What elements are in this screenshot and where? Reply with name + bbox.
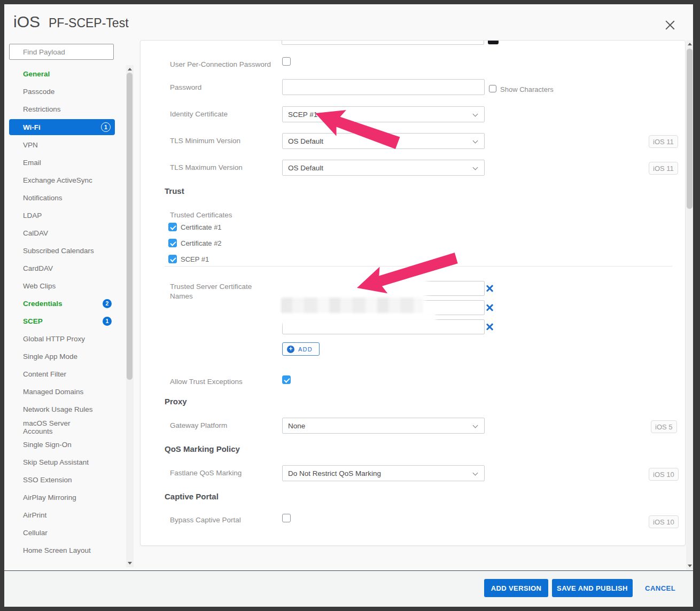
platform-label: iOS <box>13 13 40 31</box>
content-scrollbar[interactable] <box>686 40 693 570</box>
bypass-captive-portal-os-badge: iOS 10 <box>649 515 679 528</box>
sidebar-item-managed-domains[interactable]: Managed Domains <box>9 383 115 401</box>
gateway-platform-value: None <box>288 422 305 430</box>
certificate-1-label: Certificate #1 <box>181 223 222 231</box>
find-payload-input[interactable] <box>9 44 114 60</box>
sidebar-item-global-http-proxy[interactable]: Global HTTP Proxy <box>9 330 115 348</box>
sidebar-item-label: Subscribed Calendars <box>23 247 94 255</box>
plus-icon: + <box>287 346 294 353</box>
certificate-2-label: Certificate #2 <box>181 239 222 247</box>
qos-section-heading: QoS Marking Policy <box>165 444 240 453</box>
sidebar-item-label: CardDAV <box>23 264 53 272</box>
remove-icon[interactable] <box>485 323 494 331</box>
sidebar-item-label: Content Filter <box>23 370 66 378</box>
clipped-top-checkbox[interactable] <box>488 40 499 44</box>
sidebar-item-label: VPN <box>23 141 38 149</box>
sidebar-item-label: Single App Mode <box>23 352 77 361</box>
sidebar-item-content-filter[interactable]: Content Filter <box>9 365 115 383</box>
sidebar-item-single-sign-on[interactable]: Single Sign-On <box>9 436 115 453</box>
clipped-top-input[interactable] <box>282 40 484 45</box>
remove-icon[interactable] <box>485 303 494 312</box>
sidebar-item-carddav[interactable]: CardDAV <box>9 260 115 277</box>
sidebar-item-network-usage-rules[interactable]: Network Usage Rules <box>9 401 115 418</box>
remove-icon[interactable] <box>485 284 494 293</box>
cancel-button[interactable]: CANCEL <box>642 584 679 593</box>
fastlane-qos-marking-value: Do Not Restrict QoS Marking <box>288 469 381 477</box>
sidebar-item-wi-fi[interactable]: Wi-Fi1 <box>9 119 115 135</box>
sidebar-item-label: Credentials <box>23 300 63 308</box>
sidebar-item-airprint[interactable]: AirPrint <box>9 506 115 524</box>
sidebar-item-label: Cellular <box>23 529 48 537</box>
dialog-header: iOS PF-SCEP-Test <box>13 13 129 31</box>
bypass-captive-portal-label: Bypass Captive Portal <box>170 515 279 525</box>
sidebar-item-label: AirPrint <box>23 511 46 519</box>
fastlane-qos-os-badge: iOS 10 <box>649 468 679 481</box>
scroll-up-icon[interactable] <box>128 68 132 70</box>
sidebar-item-general[interactable]: General <box>9 65 115 83</box>
password-field[interactable] <box>282 79 485 95</box>
sidebar-scrollbar[interactable] <box>126 65 134 567</box>
scep-1-checkbox[interactable] <box>168 255 177 263</box>
sidebar-item-single-app-mode[interactable]: Single App Mode <box>9 348 115 365</box>
redaction-blur <box>279 276 424 297</box>
identity-certificate-select[interactable]: SCEP #1 <box>282 106 485 122</box>
tls-minimum-os-badge: iOS 11 <box>649 135 678 148</box>
sidebar-item-macos-server-accounts[interactable]: macOS Server Accounts <box>9 418 115 436</box>
sidebar-item-restrictions[interactable]: Restrictions <box>9 100 115 118</box>
tls-maximum-version-label: TLS Maximum Version <box>170 163 279 173</box>
fastlane-qos-marking-select[interactable]: Do Not Restrict QoS Marking <box>282 465 485 481</box>
sidebar-item-label: Notifications <box>23 194 63 202</box>
scroll-down-icon[interactable] <box>688 565 692 567</box>
close-icon[interactable] <box>663 18 677 32</box>
sidebar-item-subscribed-calendars[interactable]: Subscribed Calendars <box>9 242 115 260</box>
sidebar-item-email[interactable]: Email <box>9 154 115 171</box>
tls-maximum-version-select[interactable]: OS Default <box>282 160 485 176</box>
add-button-label: ADD <box>298 346 313 352</box>
sidebar-item-label: Wi-Fi <box>23 123 41 131</box>
sidebar-item-vpn[interactable]: VPN <box>9 136 115 154</box>
certificate-1-checkbox[interactable] <box>168 223 177 231</box>
scroll-down-icon[interactable] <box>128 562 132 565</box>
trust-section-heading: Trust <box>165 186 184 195</box>
wifi-payload-form: User Per-Connection Password Password Sh… <box>140 40 686 546</box>
sidebar-item-ldap[interactable]: LDAP <box>9 207 115 224</box>
allow-trust-exceptions-checkbox[interactable] <box>282 375 291 384</box>
show-characters-checkbox[interactable] <box>489 85 496 92</box>
content-scrollbar-thumb[interactable] <box>687 49 693 209</box>
sidebar-item-airplay-mirroring[interactable]: AirPlay Mirroring <box>9 489 115 506</box>
tls-minimum-version-value: OS Default <box>288 137 323 145</box>
dialog-footer: ADD VERSION SAVE AND PUBLISH CANCEL <box>4 570 693 607</box>
sidebar-item-passcode[interactable]: Passcode <box>9 83 115 100</box>
window-frame: iOS PF-SCEP-Test GeneralPasscodeRestrict… <box>0 0 700 611</box>
sidebar-item-web-clips[interactable]: Web Clips <box>9 277 115 295</box>
bypass-captive-portal-checkbox[interactable] <box>282 514 291 522</box>
sidebar-item-label: SSO Extension <box>23 476 72 484</box>
sidebar-item-exchange-activesync[interactable]: Exchange ActiveSync <box>9 171 115 189</box>
tls-minimum-version-select[interactable]: OS Default <box>282 133 485 149</box>
redaction-blur <box>281 297 423 315</box>
user-per-connection-password-checkbox[interactable] <box>282 57 291 66</box>
sidebar-item-label: Email <box>23 159 41 167</box>
sidebar-item-notifications[interactable]: Notifications <box>9 189 115 207</box>
sidebar-item-sso-extension[interactable]: SSO Extension <box>9 471 115 489</box>
add-server-name-button[interactable]: + ADD <box>282 342 320 356</box>
tls-maximum-os-badge: iOS 11 <box>649 162 678 175</box>
sidebar-item-label: Network Usage Rules <box>23 405 93 413</box>
gateway-platform-select[interactable]: None <box>282 418 485 434</box>
scroll-up-icon[interactable] <box>688 43 692 45</box>
sidebar-item-label: SCEP <box>23 317 43 325</box>
sidebar-item-skip-setup-assistant[interactable]: Skip Setup Assistant <box>9 453 115 471</box>
sidebar-scrollbar-thumb[interactable] <box>127 73 133 380</box>
sidebar-item-caldav[interactable]: CalDAV <box>9 224 115 242</box>
payload-list: GeneralPasscodeRestrictionsWi-Fi1VPNEmai… <box>9 65 115 559</box>
sidebar-item-home-screen-layout[interactable]: Home Screen Layout <box>9 542 115 559</box>
redaction-blur <box>279 315 434 323</box>
certificate-2-checkbox[interactable] <box>168 239 177 247</box>
sidebar-item-cellular[interactable]: Cellular <box>9 524 115 542</box>
save-and-publish-button[interactable]: SAVE AND PUBLISH <box>552 579 633 597</box>
add-version-button[interactable]: ADD VERSION <box>484 579 548 597</box>
sidebar-item-scep[interactable]: SCEP1 <box>9 312 115 330</box>
sidebar-item-credentials[interactable]: Credentials2 <box>9 295 115 312</box>
section-divider <box>165 266 672 267</box>
password-label: Password <box>170 83 279 92</box>
